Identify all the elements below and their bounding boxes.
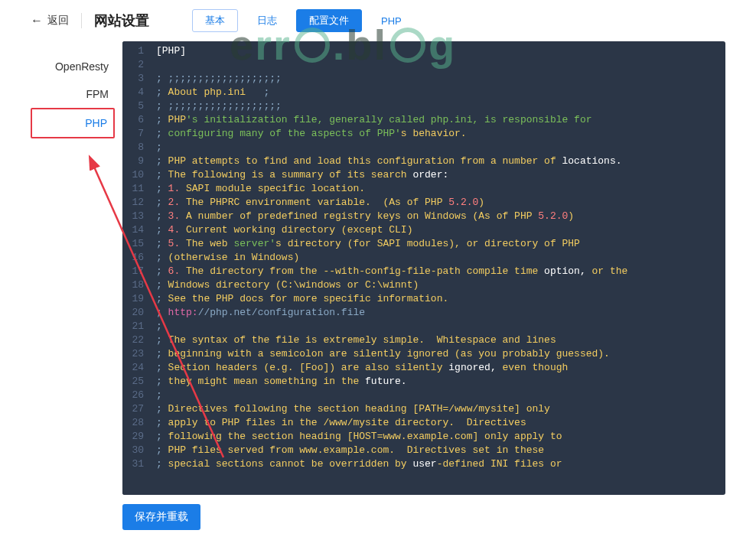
body: OpenResty FPM PHP 1234567891011121314151… [0,41,756,495]
page-title: 网站设置 [94,11,149,30]
code-editor[interactable]: 1234567891011121314151617181920212223242… [122,41,725,495]
sidebar-item-php[interactable]: PHP [31,108,115,138]
sidebar: OpenResty FPM PHP [31,41,115,495]
tab-log[interactable]: 日志 [244,9,290,32]
tab-php[interactable]: PHP [368,9,415,32]
header: ← 返回 网站设置 基本 日志 配置文件 PHP [0,0,756,41]
save-reload-button[interactable]: 保存并重载 [122,504,200,530]
sidebar-item-openresty[interactable]: OpenResty [31,53,115,80]
back-button[interactable]: ← 返回 [31,14,69,28]
tab-config[interactable]: 配置文件 [296,9,362,32]
tab-group: 基本 日志 配置文件 PHP [192,9,415,32]
code-body[interactable]: [PHP] ; ;;;;;;;;;;;;;;;;;;;; About php.i… [150,41,725,495]
back-label: 返回 [47,14,69,28]
tab-basic[interactable]: 基本 [192,9,238,32]
line-gutter: 1234567891011121314151617181920212223242… [122,41,150,495]
sidebar-item-fpm[interactable]: FPM [31,80,115,108]
footer: 保存并重载 [0,495,756,539]
divider [81,13,82,28]
arrow-left-icon: ← [31,14,43,28]
